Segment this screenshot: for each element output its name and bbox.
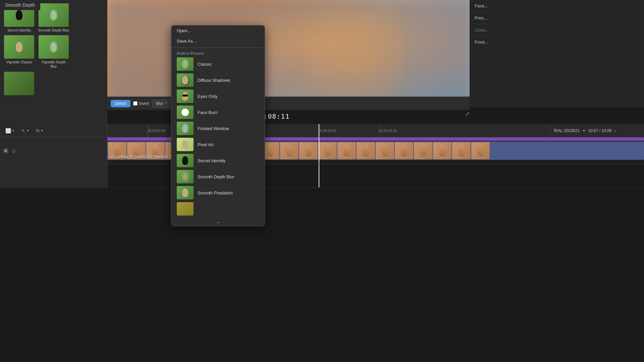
- video-blur-bg: [107, 0, 470, 107]
- playhead-track-line: [319, 137, 319, 164]
- clip-face-14: [357, 142, 375, 159]
- timecode-chevron-icon: ▼: [582, 129, 585, 132]
- scroll-down-indicator[interactable]: ⌄: [171, 217, 265, 226]
- preset-label-vignette-depth-blur: Vignette Depth Blur: [38, 60, 70, 69]
- chevron-small-2-icon: ▼: [26, 129, 29, 132]
- preset-thumb-smooth-depth-blur[interactable]: Smooth Depth Blur: [38, 3, 70, 33]
- clip-face-19: [452, 142, 471, 159]
- refresh-icon: ↻: [36, 128, 40, 133]
- preset-icon-smooth-depth-blur: [177, 170, 194, 183]
- invert-checkbox[interactable]: [133, 101, 138, 106]
- blur-dropdown[interactable]: Blur ⌃: [152, 100, 172, 108]
- left-presets-panel: Secret Identity Smooth Depth Blur Vignet…: [0, 0, 107, 124]
- right-panel-face: Face...: [470, 0, 644, 12]
- context-menu: Open... Save As... Built-in Presets Clas…: [171, 25, 265, 226]
- video-face-blur: [302, 7, 402, 101]
- clip-face-15: [376, 142, 394, 159]
- timecode-label: RIAL-2023021: [554, 128, 580, 133]
- right-panel-face-label: Face...: [475, 3, 488, 8]
- track-1: ▷: [0, 137, 644, 164]
- preset-icon-eyes-only: [177, 89, 194, 103]
- clip-face-16: [395, 142, 413, 159]
- timeline-header-row: ⬜ ▼ ↖ ▼ ↻ ▼ 00:00:02:00 00:00:04:00 00:0…: [0, 124, 644, 137]
- track-2-label: [0, 164, 107, 187]
- scroll-chevron-icon: ⌄: [216, 218, 220, 225]
- clip-face-18: [433, 142, 451, 159]
- ruler-mark-2: 00:00:02:00: [148, 129, 165, 132]
- ruler-mark-8: 00:00:08:00: [319, 129, 336, 132]
- right-panel-pres: Pres...: [470, 12, 644, 24]
- video-toolbar: Detect Invert Blur ⌃ Disc blur ⌃ ○ ⌃: [107, 97, 470, 110]
- invert-group: Invert: [133, 101, 149, 106]
- menu-divider: [171, 48, 265, 48]
- preset-label-frosted-window: Frosted Window: [198, 126, 229, 131]
- chevron-small-3-icon: ▼: [41, 129, 44, 132]
- playhead-track2-line: [319, 164, 319, 187]
- video-preview: [107, 0, 470, 107]
- timeline-icon-btn-3[interactable]: ↻ ▼: [34, 127, 46, 134]
- smooth-depth-header: Smooth Depth: [0, 0, 40, 10]
- menu-preset-frosted-window[interactable]: Frosted Window: [171, 120, 265, 136]
- preset-label-secret-identity: Secret Identity: [198, 158, 225, 163]
- timecode-position: 10:07 / 10:08: [588, 128, 611, 133]
- playhead-marker: [319, 124, 319, 137]
- invert-label: Invert: [139, 101, 149, 106]
- preset-icon-partial: [177, 202, 194, 216]
- timecode-next-icon: ›: [614, 128, 615, 133]
- track-2: [0, 164, 644, 188]
- menu-preset-pixel-art[interactable]: Pixel Art: [171, 136, 265, 153]
- menu-section-label: Built-in Presets: [171, 49, 265, 56]
- preset-thumb-vignette-depth-blur[interactable]: Vignette Depth Blur: [38, 35, 70, 69]
- menu-save-as-label: Save As...: [177, 39, 197, 44]
- preset-label-classic: Classic: [198, 62, 212, 67]
- track-1-label: ▷: [0, 137, 107, 164]
- smooth-depth-label: Smooth Depth: [5, 2, 35, 8]
- right-panel-pres-label: Pres...: [475, 15, 487, 20]
- preset-label-diffuse-shadows: Diffuse Shadows: [198, 78, 230, 83]
- ruler-mark-10: 00:00:10:00: [379, 129, 397, 132]
- clip-face-20: [471, 142, 490, 159]
- menu-preset-partial[interactable]: [171, 201, 265, 217]
- preset-label-face-burn: Face Burn: [198, 110, 218, 115]
- track-visibility-icon[interactable]: [3, 148, 8, 153]
- expand-button[interactable]: ⤢: [465, 111, 470, 117]
- preset-label-secret-identity: Secret Identity: [7, 28, 31, 33]
- blur-chevron-icon: ⌃: [165, 101, 168, 106]
- detect-button[interactable]: Detect: [111, 100, 130, 107]
- preset-label-eyes-only: Eyes Only: [198, 94, 217, 99]
- preset-icon-pixel-art: [177, 138, 194, 151]
- preset-label-vignette-classic: Vignette Classic: [6, 60, 33, 64]
- menu-preset-smooth-depth-blur[interactable]: Smooth Depth Blur: [171, 169, 265, 185]
- timeline-icon-btn-1[interactable]: ⬜ ▼: [3, 127, 17, 134]
- clip-face-10: [280, 142, 299, 159]
- menu-open[interactable]: Open...: [171, 25, 265, 36]
- timeline-left-controls: ⬜ ▼ ↖ ▼ ↻ ▼: [0, 124, 107, 137]
- preset-thumb-placeholder[interactable]: [3, 72, 35, 95]
- clip-face-12: [318, 142, 337, 159]
- menu-preset-eyes-only[interactable]: Eyes Only: [171, 88, 265, 104]
- menu-save-as[interactable]: Save As...: [171, 36, 265, 46]
- clip-face-13: [337, 142, 356, 159]
- ruler-tick-2: [148, 124, 148, 137]
- menu-preset-diffuse-shadows[interactable]: Diffuse Shadows: [171, 72, 265, 88]
- right-panel-frost: Frost...: [470, 36, 644, 48]
- menu-preset-face-burn[interactable]: Face Burn: [171, 104, 265, 120]
- clip-face-17: [414, 142, 432, 159]
- preset-icon-diffuse-shadows: [177, 73, 194, 87]
- preset-icon-classic: [177, 57, 194, 71]
- menu-preset-secret-identity[interactable]: Secret Identity: [171, 153, 265, 169]
- menu-open-label: Open...: [177, 28, 191, 33]
- menu-preset-classic[interactable]: Classic: [171, 56, 265, 72]
- menu-preset-smooth-pixelation[interactable]: Smooth Pixelation: [171, 185, 265, 201]
- right-side-panel: Face... Pres... Class... Frost...: [470, 0, 644, 107]
- preset-icon-face-burn: [177, 106, 194, 119]
- blur-label: Blur: [156, 101, 163, 106]
- right-panel-class-label: Class...: [475, 27, 489, 33]
- preset-icon-frosted-window: [177, 122, 194, 135]
- track-expand-icon[interactable]: ▷: [11, 147, 18, 154]
- preset-label-smooth-depth-blur: Smooth Depth Blur: [38, 28, 69, 33]
- preset-thumb-vignette-classic[interactable]: Vignette Classic: [3, 35, 35, 69]
- preset-label-pixel-art: Pixel Art: [198, 142, 214, 147]
- timeline-icon-btn-2[interactable]: ↖ ▼: [19, 127, 31, 134]
- chevron-small-icon: ▼: [12, 129, 15, 132]
